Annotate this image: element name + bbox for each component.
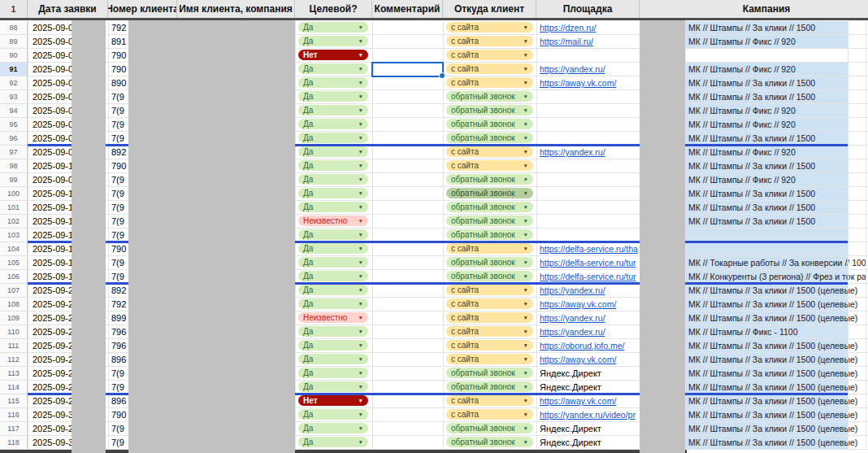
cell-source[interactable]: обратный звонок▼ — [443, 256, 536, 269]
row-number[interactable]: 90 — [0, 49, 28, 62]
cell-target[interactable]: Да▼ — [295, 381, 372, 394]
cell-target[interactable]: Да▼ — [295, 339, 372, 352]
cell-target[interactable]: Да▼ — [295, 187, 372, 200]
cell-target[interactable]: Да▼ — [295, 173, 372, 186]
target-dropdown-chip[interactable]: Да▼ — [298, 285, 368, 295]
target-dropdown-chip[interactable]: Да▼ — [298, 188, 368, 198]
cell-platform[interactable] — [536, 159, 640, 172]
column-header-campaign[interactable]: Кампания — [640, 0, 868, 18]
cell-platform[interactable] — [536, 118, 640, 131]
target-dropdown-chip[interactable]: Да▼ — [298, 174, 368, 185]
platform-link[interactable]: https://delfa-service.ru/tur — [540, 258, 636, 268]
source-dropdown-chip[interactable]: обратный звонок▼ — [446, 257, 533, 268]
cell-source[interactable]: с сайта▼ — [443, 408, 536, 421]
target-dropdown-chip[interactable]: Да▼ — [298, 160, 368, 171]
target-dropdown-chip[interactable]: Да▼ — [298, 22, 368, 33]
cell-campaign[interactable]: МК // Штампы // За клики // 1500 — [685, 187, 848, 200]
cell-platform[interactable] — [536, 104, 640, 117]
cell-source[interactable]: с сайта▼ — [443, 242, 536, 255]
cell-target[interactable]: Да▼ — [295, 76, 372, 89]
target-dropdown-chip[interactable]: Да▼ — [298, 437, 368, 447]
platform-link[interactable]: https://delfa-service.ru/tha — [540, 244, 638, 254]
source-dropdown-chip[interactable]: с сайта▼ — [446, 63, 533, 74]
target-dropdown-chip[interactable]: Да▼ — [298, 133, 368, 143]
cell-campaign[interactable]: МК // Штампы // За клики // 1500 — [685, 159, 848, 172]
target-dropdown-chip[interactable]: Да▼ — [298, 105, 368, 115]
row-number[interactable]: 97 — [0, 146, 28, 159]
cell-platform[interactable]: Яндекс.Директ — [536, 381, 640, 394]
cell-source[interactable]: обратный звонок▼ — [443, 132, 536, 145]
column-header-name[interactable]: Имя клиента, компания — [177, 0, 295, 18]
target-dropdown-chip[interactable]: Да▼ — [298, 91, 368, 102]
row-number[interactable]: 91 — [0, 63, 28, 76]
cell-target[interactable]: Да▼ — [295, 90, 372, 103]
cell-target[interactable]: Да▼ — [295, 436, 372, 449]
row-number[interactable]: 110 — [0, 325, 28, 338]
cell-platform[interactable]: https://mail.ru/ — [536, 35, 640, 48]
cell-campaign[interactable]: МК // Штампы // За клики // 1500 — [685, 132, 848, 145]
cell-platform[interactable]: https://away.vk.com/ — [536, 76, 640, 89]
cell-campaign[interactable]: МК // Штампы // За клики // 1500 — [685, 21, 848, 34]
source-dropdown-chip[interactable]: с сайта▼ — [446, 395, 533, 406]
platform-link[interactable]: https://away.vk.com/ — [540, 299, 616, 309]
target-dropdown-chip[interactable]: Да▼ — [298, 36, 368, 46]
cell-campaign[interactable]: МК // Штампы // За клики // 1500 (целевы… — [685, 284, 848, 297]
cell-platform[interactable]: https://away.vk.com/ — [536, 353, 640, 366]
target-dropdown-chip[interactable]: Да▼ — [298, 119, 368, 129]
source-dropdown-chip[interactable]: с сайта▼ — [446, 354, 533, 364]
cell-campaign[interactable]: МК // Штампы // За клики // 1500 — [685, 90, 848, 103]
cell-source[interactable]: обратный звонок▼ — [443, 422, 536, 435]
cell-target[interactable]: Да▼ — [295, 284, 372, 297]
source-dropdown-chip[interactable]: обратный звонок▼ — [446, 188, 533, 198]
cell-target[interactable]: Да▼ — [295, 229, 372, 242]
target-dropdown-chip[interactable]: Да▼ — [298, 381, 368, 392]
source-dropdown-chip[interactable]: обратный звонок▼ — [446, 437, 533, 447]
cell-target[interactable]: Да▼ — [295, 422, 372, 435]
row-number[interactable]: 104 — [0, 242, 28, 255]
source-dropdown-chip[interactable]: обратный звонок▼ — [446, 216, 533, 226]
target-dropdown-chip[interactable]: Да▼ — [298, 146, 368, 157]
source-dropdown-chip[interactable]: с сайта▼ — [446, 146, 533, 157]
cell-target[interactable]: Неизвестно▼ — [295, 215, 372, 228]
cell-platform[interactable] — [536, 90, 640, 103]
row-number[interactable]: 96 — [0, 132, 28, 145]
cell-source[interactable]: обратный звонок▼ — [443, 436, 536, 449]
row-number[interactable]: 100 — [0, 187, 28, 200]
platform-link[interactable]: https://yandex.ru/ — [540, 313, 605, 323]
cell-platform[interactable] — [536, 173, 640, 186]
cell-target[interactable]: Нет▼ — [295, 49, 372, 62]
row-number[interactable]: 88 — [0, 21, 28, 34]
fill-handle[interactable] — [439, 72, 445, 79]
target-dropdown-chip[interactable]: Да▼ — [298, 202, 368, 212]
source-dropdown-chip[interactable]: с сайта▼ — [446, 340, 533, 351]
cell-target[interactable]: Да▼ — [295, 353, 372, 366]
cell-campaign[interactable]: МК // Штампы // Фикс - 1100 — [685, 325, 848, 338]
source-dropdown-chip[interactable]: обратный звонок▼ — [446, 119, 533, 129]
cell-platform[interactable]: https://away.vk.com/ — [536, 394, 640, 407]
cell-source[interactable]: с сайта▼ — [443, 21, 536, 34]
source-dropdown-chip[interactable]: обратный звонок▼ — [446, 271, 533, 281]
source-dropdown-chip[interactable]: с сайта▼ — [446, 50, 533, 60]
cell-source[interactable]: с сайта▼ — [443, 298, 536, 311]
target-dropdown-chip[interactable]: Да▼ — [298, 229, 368, 240]
row-number[interactable]: 102 — [0, 215, 28, 228]
cell-target[interactable]: Да▼ — [295, 159, 372, 172]
target-dropdown-chip[interactable]: Да▼ — [298, 326, 368, 337]
source-dropdown-chip[interactable]: с сайта▼ — [446, 409, 533, 420]
cell-target[interactable]: Нет▼ — [295, 394, 372, 407]
platform-link[interactable]: https://delfa-service.ru/tur — [540, 272, 636, 281]
cell-source[interactable]: обратный звонок▼ — [443, 201, 536, 214]
target-dropdown-chip[interactable]: Нет▼ — [298, 50, 368, 60]
cell-platform[interactable] — [536, 187, 640, 200]
source-dropdown-chip[interactable]: с сайта▼ — [446, 298, 533, 309]
cell-source[interactable]: обратный звонок▼ — [443, 118, 536, 131]
row-number[interactable]: 93 — [0, 90, 28, 103]
cell-source[interactable]: обратный звонок▼ — [443, 367, 536, 380]
cell-platform[interactable]: https://away.vk.com/ — [536, 298, 640, 311]
source-dropdown-chip[interactable]: обратный звонок▼ — [446, 105, 533, 115]
source-dropdown-chip[interactable]: обратный звонок▼ — [446, 381, 533, 392]
cell-target[interactable]: Да▼ — [295, 270, 372, 283]
source-dropdown-chip[interactable]: обратный звонок▼ — [446, 202, 533, 212]
platform-link[interactable]: https://oborud.jofo.me/ — [540, 341, 624, 351]
cell-source[interactable]: с сайта▼ — [443, 394, 536, 407]
